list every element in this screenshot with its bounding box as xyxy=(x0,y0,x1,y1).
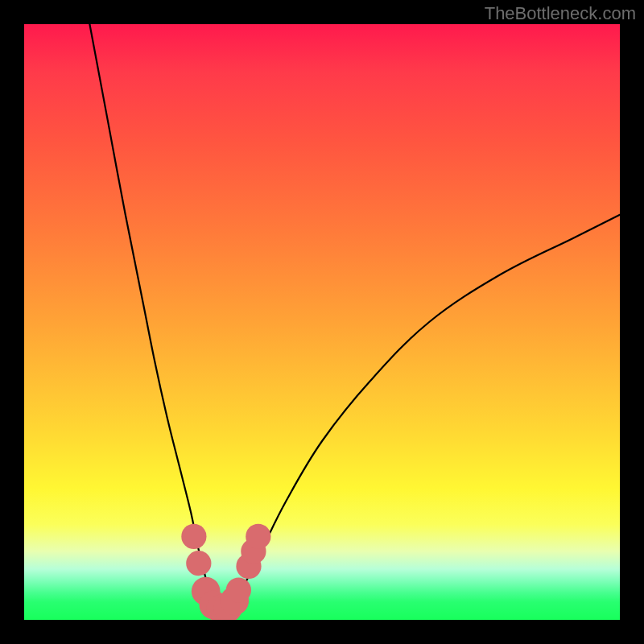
curve-markers xyxy=(181,524,270,620)
bottleneck-curve xyxy=(89,24,620,609)
curve-marker xyxy=(226,577,251,602)
watermark-text: TheBottleneck.com xyxy=(485,3,636,24)
curve-marker xyxy=(246,524,270,549)
curve-marker xyxy=(186,551,211,576)
chart-svg xyxy=(24,24,620,620)
plot-area xyxy=(24,24,620,620)
chart-frame: TheBottleneck.com xyxy=(0,0,644,644)
curve-marker xyxy=(181,524,206,549)
